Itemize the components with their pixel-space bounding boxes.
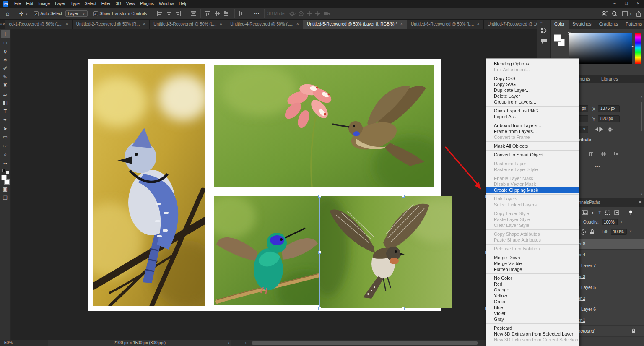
menu-item-no-color[interactable]: No Color <box>486 275 579 281</box>
panel-menu-icon[interactable]: ≡ <box>639 75 641 83</box>
document-tab-6[interactable]: Untitled-6-Recovered @ 50% (L...✕ <box>407 20 484 29</box>
quick-mask-mode-button[interactable]: ▣ <box>1 185 10 193</box>
path-select-tool[interactable]: ➤ <box>1 125 10 133</box>
menu-item-convert-to-smart-object[interactable]: Convert to Smart Object <box>486 152 579 158</box>
auto-select-checkbox[interactable]: ✓ <box>34 11 39 16</box>
clone-stamp-tool[interactable]: ♜ <box>1 81 10 90</box>
scroll-down-icon[interactable]: ∨ <box>640 193 643 196</box>
selection-handle[interactable] <box>318 195 321 198</box>
menu-item-new-3d-extrusion-from-selected-layer[interactable]: New 3D Extrusion from Selected Layer <box>486 331 579 337</box>
collapse-panels-icon[interactable]: « <box>540 21 543 25</box>
tab-color[interactable]: Color <box>551 20 569 29</box>
menu-item-group-from-layers[interactable]: Group from Layers... <box>486 99 579 105</box>
search-icon[interactable] <box>612 11 618 17</box>
align-center-icon[interactable] <box>166 11 172 16</box>
selection-handle[interactable] <box>402 307 405 310</box>
tab-paths[interactable]: Paths <box>589 198 600 207</box>
align-right-icon[interactable] <box>175 11 182 16</box>
menu-help[interactable]: Help <box>177 0 190 8</box>
document-tab-4[interactable]: Untitled-4-Recovered @ 50% (L...✕ <box>226 20 303 29</box>
y-position-field[interactable]: 820 px <box>598 115 620 122</box>
horizontal-scrollbar[interactable] <box>252 341 478 345</box>
menu-type[interactable]: Type <box>68 0 82 8</box>
menu-item-postcard[interactable]: Postcard <box>486 325 579 331</box>
zoom-level[interactable]: 50% <box>4 341 13 345</box>
x-position-field[interactable]: 1375 px <box>598 105 620 112</box>
close-tab-icon[interactable]: ✕ <box>400 22 403 26</box>
menu-item-violet[interactable]: Violet <box>486 310 579 316</box>
rectangle-tool[interactable]: ▭ <box>1 133 10 141</box>
color-picker-marker[interactable] <box>568 32 571 35</box>
edit-toolbar[interactable]: ••• <box>1 159 10 167</box>
menu-item-copy-svg[interactable]: Copy SVG <box>486 81 579 87</box>
account-icon[interactable] <box>601 10 608 17</box>
menu-item-orange[interactable]: Orange <box>486 287 579 293</box>
brush-tool[interactable]: ✎ <box>1 73 10 81</box>
flip-vertical-icon[interactable] <box>607 127 613 133</box>
menu-item-frame-from-layers[interactable]: Frame from Layers... <box>486 128 579 134</box>
menu-item-artboard-from-layers[interactable]: Artboard from Layers... <box>486 122 579 128</box>
transform-selection-box[interactable] <box>319 196 486 308</box>
hue-slider[interactable] <box>635 33 641 64</box>
distribute-middle-icon[interactable] <box>601 151 608 157</box>
close-tab-icon[interactable]: ✕ <box>296 22 299 26</box>
close-tab-icon[interactable]: ✕ <box>143 22 146 26</box>
menu-item-green[interactable]: Green <box>486 299 579 304</box>
flip-horizontal-icon[interactable] <box>595 127 603 132</box>
lasso-tool[interactable]: ϙ <box>1 47 10 55</box>
lock-position-icon[interactable] <box>581 229 587 235</box>
filter-adjustment-layers-icon[interactable]: ◐ <box>592 210 595 216</box>
selection-handle[interactable] <box>318 307 321 310</box>
eraser-tool[interactable]: ▱ <box>1 90 10 99</box>
menu-item-yellow[interactable]: Yellow <box>486 293 579 299</box>
auto-select-dropdown[interactable]: Layer ∨ <box>65 10 88 17</box>
filter-pixel-layers-icon[interactable] <box>582 210 588 215</box>
align-bottom-icon[interactable] <box>223 11 230 16</box>
menu-item-mask-all-objects[interactable]: Mask All Objects <box>486 143 579 149</box>
comments-panel-icon[interactable] <box>540 38 547 44</box>
menu-item-create-clipping-mask[interactable]: Create Clipping Mask <box>486 187 579 193</box>
filter-pin-toggle[interactable] <box>629 210 633 216</box>
hue-slider-arrow-icon[interactable]: ▸ <box>632 44 634 48</box>
filter-type-layers-icon[interactable]: T <box>598 210 601 215</box>
tool-preset-chevron-icon[interactable]: ∨ <box>25 12 28 16</box>
chevron-down-icon[interactable]: ∨ <box>629 229 632 233</box>
distribute-bottom-icon[interactable] <box>613 151 620 157</box>
workspace-switcher[interactable]: ∨ <box>622 11 632 16</box>
restore-button[interactable]: ❐ <box>621 0 632 8</box>
document-tab-5[interactable]: Untitled-5-Recovered @ 50% (Layer 8, RGB… <box>303 20 407 29</box>
menu-item-delete-layer[interactable]: Delete Layer <box>486 93 579 99</box>
menu-item-blending-options[interactable]: Blending Options... <box>486 61 579 67</box>
foreground-color-swatch[interactable] <box>1 175 7 180</box>
menu-edit[interactable]: Edit <box>23 0 36 8</box>
lock-all-icon[interactable] <box>590 229 595 235</box>
marquee-tool[interactable]: □ <box>1 39 10 47</box>
distribute-horizontal-icon[interactable] <box>239 11 245 16</box>
menu-item-red[interactable]: Red <box>486 281 579 287</box>
menu-window[interactable]: Window <box>156 0 177 8</box>
more-options-icon[interactable]: ••• <box>595 164 601 169</box>
distribute-top-icon[interactable] <box>588 151 595 157</box>
close-button[interactable]: ✕ <box>632 0 644 8</box>
show-transform-checkbox[interactable]: ✓ <box>93 11 98 16</box>
properties-scrollbar[interactable]: ∧ ∨ <box>640 95 643 196</box>
align-left-icon[interactable] <box>156 11 163 16</box>
share-icon[interactable] <box>636 11 641 17</box>
tab-overflow[interactable]: » ✕ <box>0 20 5 29</box>
pen-tool[interactable]: ✒ <box>1 116 10 124</box>
more-options-icon[interactable]: ••• <box>252 11 261 16</box>
zoom-tool[interactable]: ⌕ <box>1 150 10 159</box>
document-tab-1[interactable]: ed-1-Recovered @ 50% (L...✕ <box>5 20 73 29</box>
menu-item-export-as[interactable]: Export As... <box>486 114 579 120</box>
foreground-background-swatches[interactable] <box>554 34 566 47</box>
tab-swatches[interactable]: Swatches <box>569 20 595 29</box>
fill-value[interactable]: 100% <box>611 229 627 235</box>
menu-select[interactable]: Select <box>82 0 99 8</box>
tab-gradients[interactable]: Gradients <box>595 20 622 29</box>
tab-libraries[interactable]: Libraries <box>597 75 622 83</box>
gradient-tool[interactable]: ◧ <box>1 99 10 107</box>
photo-blue-jay[interactable] <box>93 64 205 306</box>
swap-colors-icon[interactable] <box>2 169 9 173</box>
document-tab-7[interactable]: Untitled-7-Recovered @ 100% (...✕ <box>484 20 537 29</box>
filter-smart-objects-icon[interactable] <box>614 210 619 215</box>
